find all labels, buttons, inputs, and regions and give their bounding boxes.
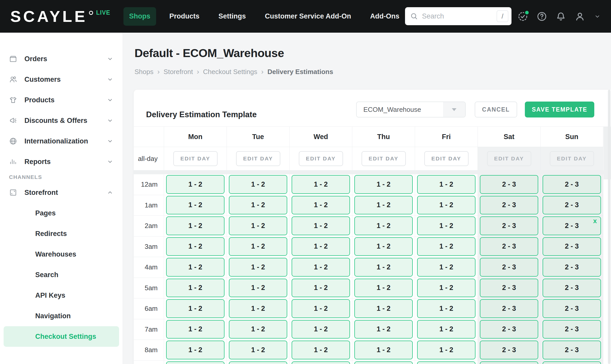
delivery-estimate-chip-fri-5am[interactable]: 1 - 2 xyxy=(417,279,475,297)
delivery-estimate-chip-wed-4am[interactable]: 1 - 2 xyxy=(292,258,350,277)
breadcrumb-item-shops[interactable]: Shops xyxy=(134,68,154,76)
delivery-estimate-chip-tue-2am[interactable]: 1 - 2 xyxy=(229,216,287,235)
delivery-estimate-chip-mon-next[interactable] xyxy=(166,361,224,364)
delivery-estimate-chip-sun-5am[interactable]: 2 - 3 xyxy=(543,279,601,297)
nav-item-add-ons[interactable]: Add-Ons xyxy=(364,7,405,26)
delivery-estimate-chip-sun-1am[interactable]: 2 - 3 xyxy=(543,196,601,215)
nav-item-settings[interactable]: Settings xyxy=(213,7,252,26)
status-check-icon[interactable] xyxy=(517,11,528,22)
sidebar-item-products[interactable]: Products xyxy=(0,90,123,110)
sidebar-item-customers[interactable]: Customers xyxy=(0,69,123,90)
delivery-estimate-chip-sat-1am[interactable]: 2 - 3 xyxy=(480,196,538,215)
delivery-estimate-chip-sun-8am[interactable]: 2 - 3 xyxy=(543,341,601,359)
delivery-estimate-chip-fri-3am[interactable]: 1 - 2 xyxy=(417,237,475,256)
breadcrumb-item-storefront[interactable]: Storefront xyxy=(164,68,193,76)
delivery-estimate-chip-tue-5am[interactable]: 1 - 2 xyxy=(229,279,287,297)
delivery-estimate-chip-fri-2am[interactable]: 1 - 2 xyxy=(417,216,475,235)
remove-estimate-icon[interactable]: x xyxy=(593,217,597,224)
edit-day-button-fri[interactable]: EDIT DAY xyxy=(424,151,469,166)
cancel-button[interactable]: CANCEL xyxy=(475,102,517,117)
global-search[interactable]: / xyxy=(405,7,511,25)
sidebar-item-storefront[interactable]: Storefront xyxy=(0,182,123,203)
delivery-estimate-chip-wed-1am[interactable]: 1 - 2 xyxy=(292,196,350,215)
delivery-estimate-chip-wed-next[interactable] xyxy=(292,361,350,364)
sidebar-item-redirects[interactable]: Redirects xyxy=(4,223,119,244)
edit-day-button-sun[interactable]: EDIT DAY xyxy=(550,151,594,166)
delivery-estimate-chip-tue-12am[interactable]: 1 - 2 xyxy=(229,175,287,194)
sidebar-item-checkout-settings[interactable]: Checkout Settings xyxy=(4,326,119,347)
nav-item-products[interactable]: Products xyxy=(164,7,205,26)
account-user-icon[interactable] xyxy=(574,11,585,22)
delivery-estimate-chip-mon-12am[interactable]: 1 - 2 xyxy=(166,175,224,194)
delivery-estimate-chip-mon-8am[interactable]: 1 - 2 xyxy=(166,341,224,359)
sidebar-item-orders[interactable]: Orders xyxy=(0,49,123,69)
sidebar-item-discounts-offers[interactable]: Discounts & Offers xyxy=(0,110,123,131)
delivery-estimate-chip-wed-3am[interactable]: 1 - 2 xyxy=(292,237,350,256)
edit-day-button-mon[interactable]: EDIT DAY xyxy=(173,151,218,166)
delivery-estimate-chip-sat-4am[interactable]: 2 - 3 xyxy=(480,258,538,277)
edit-day-button-thu[interactable]: EDIT DAY xyxy=(362,151,406,166)
delivery-estimate-chip-sun-2am[interactable]: 2 - 3x xyxy=(543,216,601,235)
sidebar-item-search[interactable]: Search xyxy=(4,265,119,285)
nav-item-customer-service-add-on[interactable]: Customer Service Add-On xyxy=(259,7,357,26)
sidebar-item-api-keys[interactable]: API Keys xyxy=(4,285,119,306)
delivery-estimate-chip-sat-12am[interactable]: 2 - 3 xyxy=(480,175,538,194)
delivery-estimate-chip-mon-3am[interactable]: 1 - 2 xyxy=(166,237,224,256)
delivery-estimate-chip-wed-2am[interactable]: 1 - 2 xyxy=(292,216,350,235)
delivery-estimate-chip-thu-1am[interactable]: 1 - 2 xyxy=(354,196,413,215)
delivery-estimate-chip-mon-7am[interactable]: 1 - 2 xyxy=(166,320,224,339)
delivery-estimate-chip-thu-5am[interactable]: 1 - 2 xyxy=(354,279,413,297)
delivery-estimate-chip-sun-4am[interactable]: 2 - 3 xyxy=(543,258,601,277)
edit-day-button-wed[interactable]: EDIT DAY xyxy=(299,151,343,166)
delivery-estimate-chip-thu-8am[interactable]: 1 - 2 xyxy=(354,341,413,359)
delivery-estimate-chip-mon-5am[interactable]: 1 - 2 xyxy=(166,279,224,297)
sidebar-item-pages[interactable]: Pages xyxy=(4,203,119,223)
delivery-estimate-chip-tue-next[interactable] xyxy=(229,361,287,364)
notifications-bell-icon[interactable] xyxy=(555,11,566,22)
delivery-estimate-chip-thu-4am[interactable]: 1 - 2 xyxy=(354,258,413,277)
help-icon[interactable] xyxy=(536,11,547,22)
delivery-estimate-chip-sat-7am[interactable]: 2 - 3 xyxy=(480,320,538,339)
search-input[interactable] xyxy=(421,12,497,21)
delivery-estimate-chip-mon-1am[interactable]: 1 - 2 xyxy=(166,196,224,215)
breadcrumb-item-checkout-settings[interactable]: Checkout Settings xyxy=(203,68,257,76)
delivery-estimate-chip-sat-3am[interactable]: 2 - 3 xyxy=(480,237,538,256)
delivery-estimate-chip-fri-6am[interactable]: 1 - 2 xyxy=(417,299,475,318)
delivery-estimate-chip-tue-7am[interactable]: 1 - 2 xyxy=(229,320,287,339)
delivery-estimate-chip-mon-4am[interactable]: 1 - 2 xyxy=(166,258,224,277)
delivery-estimate-chip-thu-2am[interactable]: 1 - 2 xyxy=(354,216,413,235)
sidebar-item-reports[interactable]: Reports xyxy=(0,151,123,172)
delivery-estimate-chip-sun-6am[interactable]: 2 - 3 xyxy=(543,299,601,318)
delivery-estimate-chip-fri-12am[interactable]: 1 - 2 xyxy=(417,175,475,194)
delivery-estimate-chip-thu-7am[interactable]: 1 - 2 xyxy=(354,320,413,339)
sidebar-item-internationalization[interactable]: Internationalization xyxy=(0,131,123,151)
delivery-estimate-chip-sun-3am[interactable]: 2 - 3 xyxy=(543,237,601,256)
delivery-estimate-chip-thu-3am[interactable]: 1 - 2 xyxy=(354,237,413,256)
sidebar-item-navigation[interactable]: Navigation xyxy=(4,306,119,326)
nav-item-shops[interactable]: Shops xyxy=(123,7,156,26)
delivery-estimate-chip-sat-5am[interactable]: 2 - 3 xyxy=(480,279,538,297)
delivery-estimate-chip-tue-1am[interactable]: 1 - 2 xyxy=(229,196,287,215)
delivery-estimate-chip-sun-12am[interactable]: 2 - 3 xyxy=(543,175,601,194)
delivery-estimate-chip-sun-next[interactable] xyxy=(543,361,601,364)
save-template-button[interactable]: SAVE TEMPLATE xyxy=(525,102,594,117)
delivery-estimate-chip-wed-5am[interactable]: 1 - 2 xyxy=(292,279,350,297)
delivery-estimate-chip-fri-7am[interactable]: 1 - 2 xyxy=(417,320,475,339)
delivery-estimate-chip-sat-6am[interactable]: 2 - 3 xyxy=(480,299,538,318)
delivery-estimate-chip-tue-6am[interactable]: 1 - 2 xyxy=(229,299,287,318)
delivery-estimate-chip-sun-7am[interactable]: 2 - 3 xyxy=(543,320,601,339)
delivery-estimate-chip-sat-2am[interactable]: 2 - 3 xyxy=(480,216,538,235)
edit-day-button-sat[interactable]: EDIT DAY xyxy=(487,151,531,166)
delivery-estimate-chip-wed-7am[interactable]: 1 - 2 xyxy=(292,320,350,339)
delivery-estimate-chip-thu-6am[interactable]: 1 - 2 xyxy=(354,299,413,318)
delivery-estimate-chip-thu-12am[interactable]: 1 - 2 xyxy=(354,175,413,194)
delivery-estimate-chip-wed-8am[interactable]: 1 - 2 xyxy=(292,341,350,359)
sidebar-item-warehouses[interactable]: Warehouses xyxy=(4,244,119,265)
edit-day-button-tue[interactable]: EDIT DAY xyxy=(236,151,280,166)
delivery-estimate-chip-mon-6am[interactable]: 1 - 2 xyxy=(166,299,224,318)
delivery-estimate-chip-sat-8am[interactable]: 2 - 3 xyxy=(480,341,538,359)
delivery-estimate-chip-tue-3am[interactable]: 1 - 2 xyxy=(229,237,287,256)
delivery-estimate-chip-fri-1am[interactable]: 1 - 2 xyxy=(417,196,475,215)
delivery-estimate-chip-tue-4am[interactable]: 1 - 2 xyxy=(229,258,287,277)
template-select-dropdown[interactable]: ECOM_Warehouse xyxy=(356,102,466,117)
